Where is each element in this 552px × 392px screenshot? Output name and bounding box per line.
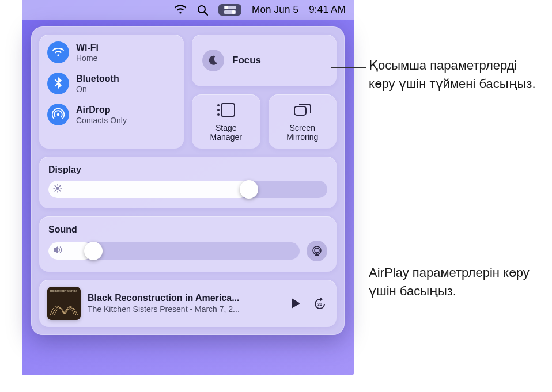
screen-mirroring-icon (293, 102, 312, 120)
airdrop-toggle[interactable]: AirDrop Contacts Only (47, 104, 176, 125)
svg-point-6 (57, 113, 60, 116)
screen-mirroring-tile[interactable]: Screen Mirroring (269, 94, 337, 149)
spotlight-icon[interactable] (197, 5, 208, 16)
wifi-toggle[interactable]: Wi-Fi Home (47, 41, 176, 63)
focus-callout-text: Қосымша параметрлерді көру үшін түймені … (369, 56, 542, 93)
now-playing-subtitle: The Kitchen Sisters Present - March 7, 2… (88, 305, 280, 314)
now-playing-title: Black Reconstruction in America... (88, 293, 280, 303)
svg-point-12 (56, 187, 59, 190)
display-slider-thumb[interactable] (240, 180, 258, 199)
bluetooth-subtitle: On (76, 85, 119, 94)
focus-title: Focus (232, 55, 261, 66)
svg-point-22 (315, 248, 319, 253)
skip-forward-30-button[interactable]: 30 (311, 295, 328, 312)
svg-rect-7 (221, 104, 235, 116)
wifi-subtitle: Home (76, 54, 99, 63)
play-button[interactable] (287, 295, 304, 312)
svg-line-17 (55, 185, 55, 186)
svg-line-18 (60, 191, 61, 191)
svg-point-3 (225, 6, 228, 9)
speaker-icon (53, 246, 63, 256)
svg-point-0 (198, 6, 205, 13)
control-center-panel: Wi-Fi Home Bluetooth On (31, 26, 345, 335)
svg-rect-11 (294, 106, 306, 115)
focus-tile[interactable]: Focus (192, 35, 337, 86)
sound-heading: Sound (48, 224, 327, 235)
sound-slider-thumb[interactable] (84, 242, 103, 260)
airdrop-title: AirDrop (76, 105, 127, 115)
svg-point-9 (217, 109, 220, 111)
screen-mirroring-label: Screen Mirroring (286, 123, 318, 142)
now-playing-tile[interactable]: THE KITCHEN SISTERS Black Reconstruction… (39, 280, 337, 327)
stage-manager-label: Stage Manager (210, 123, 242, 142)
sound-tile: Sound (39, 216, 337, 272)
airplay-audio-button[interactable] (307, 241, 327, 261)
bluetooth-title: Bluetooth (76, 74, 119, 84)
mac-desktop-region: Mon Jun 5 9:41 AM Wi-Fi Home (22, 0, 354, 375)
svg-line-19 (55, 191, 55, 191)
stage-manager-icon (216, 102, 236, 120)
display-heading: Display (48, 165, 327, 175)
sound-slider[interactable] (48, 242, 300, 260)
svg-line-1 (205, 12, 207, 15)
callout-line (331, 273, 366, 273)
svg-text:30: 30 (317, 302, 322, 306)
wifi-icon (47, 41, 69, 63)
brightness-icon (53, 184, 62, 195)
wifi-menu-icon[interactable] (174, 5, 187, 14)
callout-line (331, 67, 366, 68)
display-slider[interactable] (48, 181, 327, 198)
connectivity-tile: Wi-Fi Home Bluetooth On (39, 35, 184, 149)
menu-bar: Mon Jun 5 9:41 AM (22, 0, 354, 20)
wifi-title: Wi-Fi (76, 43, 99, 53)
svg-point-10 (217, 113, 220, 116)
svg-point-5 (232, 10, 235, 14)
bluetooth-toggle[interactable]: Bluetooth On (47, 73, 176, 94)
airdrop-icon (47, 104, 69, 125)
display-tile: Display (39, 157, 337, 208)
stage-manager-tile[interactable]: Stage Manager (192, 94, 260, 149)
now-playing-artwork: THE KITCHEN SISTERS (47, 287, 81, 320)
menubar-date[interactable]: Mon Jun 5 (252, 4, 298, 16)
airplay-callout-text: AirPlay параметрлерін көру үшін басыңыз. (369, 264, 542, 300)
moon-icon (202, 50, 224, 71)
svg-line-20 (60, 185, 61, 186)
bluetooth-icon (47, 73, 69, 94)
control-center-menu-icon[interactable] (218, 4, 241, 16)
menubar-time[interactable]: 9:41 AM (309, 4, 346, 16)
svg-point-8 (217, 104, 220, 106)
svg-text:THE KITCHEN SISTERS: THE KITCHEN SISTERS (50, 290, 78, 292)
airdrop-subtitle: Contacts Only (76, 116, 127, 125)
